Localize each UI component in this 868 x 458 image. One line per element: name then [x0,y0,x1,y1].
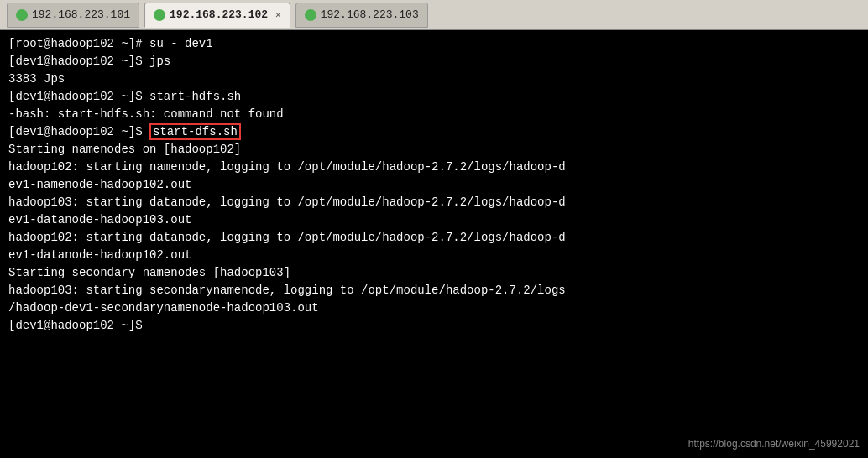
terminal-line-8: hadoop102: starting namenode, logging to… [8,159,860,176]
terminal-line-4: [dev1@hadoop102 ~]$ start-hdfs.sh [8,88,860,106]
watermark: https://blog.csdn.net/weixin_45992021 [688,436,860,451]
terminal-line-17: [dev1@hadoop102 ~]$ [8,317,860,335]
terminal-line-12: hadoop102: starting datanode, logging to… [8,229,860,247]
tab3-status-icon [305,9,316,21]
tab2-status-icon [154,9,165,21]
tab1-label: 192.168.223.101 [32,8,130,21]
terminal-line-15: hadoop103: starting secondarynamenode, l… [8,282,860,299]
tab-192-168-223-103[interactable]: 192.168.223.103 [295,3,428,28]
terminal-line-11: ev1-datanode-hadoop103.out [8,211,860,229]
terminal-line-16: /hadoop-dev1-secondarynamenode-hadoop103… [8,299,860,317]
terminal-line-3: 3383 Jps [8,70,860,88]
terminal-line-9: ev1-namenode-hadoop102.out [8,176,860,194]
terminal-line-10: hadoop103: starting datanode, logging to… [8,194,860,211]
highlighted-command: start-dfs.sh [149,123,241,140]
title-bar: 192.168.223.101 192.168.223.102 ✕ 192.16… [0,0,868,30]
terminal-line-6: [dev1@hadoop102 ~]$ start-dfs.sh [8,123,860,141]
terminal-line-14: Starting secondary namenodes [hadoop103] [8,264,860,282]
tab-192-168-223-101[interactable]: 192.168.223.101 [7,3,139,28]
terminal-line-7: Starting namenodes on [hadoop102] [8,141,860,159]
terminal-line-2: [dev1@hadoop102 ~]$ jps [8,53,860,70]
tab2-close-icon[interactable]: ✕ [275,9,281,20]
tab1-status-icon [16,9,28,21]
terminal-line-1: [root@hadoop102 ~]# su - dev1 [8,35,860,53]
tab-192-168-223-102[interactable]: 192.168.223.102 ✕ [144,3,290,28]
terminal-line-13: ev1-datanode-hadoop102.out [8,247,860,264]
terminal[interactable]: [root@hadoop102 ~]# su - dev1 [dev1@hado… [0,30,868,458]
terminal-line-5: -bash: start-hdfs.sh: command not found [8,106,860,123]
tab3-label: 192.168.223.103 [321,8,419,21]
tab2-label: 192.168.223.102 [170,8,268,21]
